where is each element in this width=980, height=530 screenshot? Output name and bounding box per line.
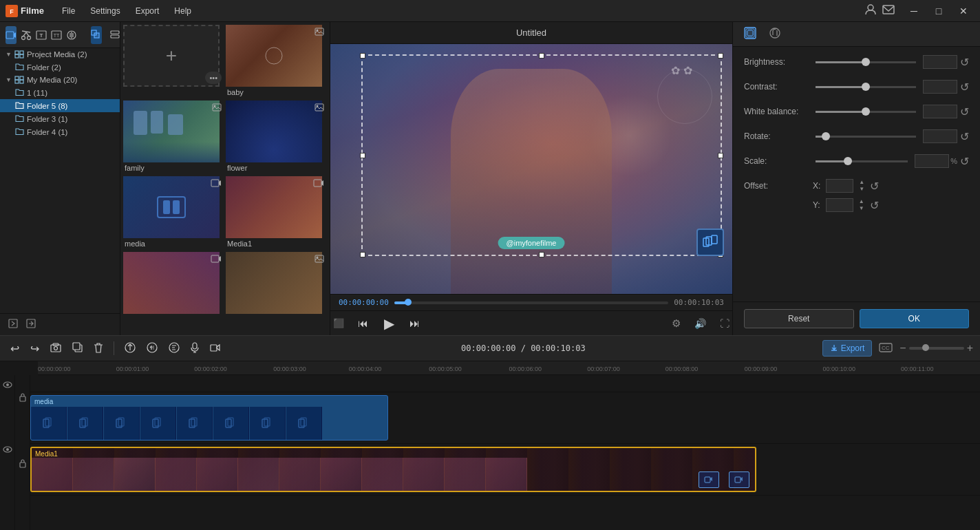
rotate-slider[interactable] [816,136,916,138]
menu-help[interactable]: Help [167,3,198,19]
offset-y-input[interactable]: 0 [826,198,853,212]
zoom-thumb[interactable] [922,344,929,351]
extra2-item[interactable] [226,252,327,318]
scale-value[interactable]: 100.00 [915,154,949,168]
settings-btn[interactable]: ⚙ [669,315,683,332]
offset-x-reset-btn[interactable]: ↺ [870,180,879,193]
zoom-in-btn[interactable]: + [967,342,973,354]
split-at-time-btn[interactable] [121,340,139,357]
add-media-item[interactable]: + ••• [123,25,224,99]
cut-tool-btn[interactable] [21,26,32,44]
baby-media-item[interactable]: baby [226,25,327,99]
contrast-thumb[interactable] [862,83,870,91]
scale-slider[interactable] [816,160,908,162]
reset-button[interactable]: Reset [744,309,854,328]
color-tab[interactable] [738,24,762,44]
export-icon[interactable] [26,319,36,330]
maximize-btn[interactable]: □ [928,3,950,19]
fullscreen-btn[interactable]: ⛶ [717,315,732,332]
ok-button[interactable]: OK [860,309,970,328]
offset-x-spin[interactable]: ▲ ▼ [859,179,864,192]
prev-frame-btn[interactable]: ⏮ [355,315,371,332]
overlay-tool-btn[interactable] [91,26,102,44]
volume-btn[interactable]: 🔊 [692,315,709,332]
import-icon[interactable] [8,319,18,330]
close-btn[interactable]: ✕ [952,3,974,19]
minimize-btn[interactable]: ─ [903,3,925,19]
play-btn[interactable]: ▶ [379,314,398,333]
video-preview[interactable]: ✿ ✿ @imyfonefilme [330,44,732,294]
folder-5-item[interactable]: Folder 5 (8) [0,99,120,112]
white-balance-reset-btn[interactable]: ↺ [960,105,969,118]
lock-icon-1[interactable] [19,393,26,404]
my-media-tree-item[interactable]: ▼ My Media (20) [0,74,120,86]
text-tool-btn[interactable]: T [36,26,47,44]
media1-video-item[interactable]: Media1 [226,176,327,251]
more-options-btn[interactable]: ••• [205,72,222,84]
flower-media-item[interactable]: flower [226,100,327,175]
color-grade-btn[interactable] [165,340,183,357]
menu-settings[interactable]: Settings [83,3,127,19]
app-logo: F Filme [6,5,44,17]
layers-view-btn[interactable] [110,26,120,44]
sticker-tool-btn[interactable]: TT [51,26,62,44]
contrast-value[interactable]: 0 [923,80,957,94]
video-track-clip[interactable]: media [30,395,388,441]
speed-btn[interactable] [143,340,161,357]
folder-1-item[interactable]: 1 (11) [0,86,120,99]
voiceover-btn[interactable] [187,340,202,357]
seek-thumb[interactable] [405,299,412,306]
contrast-slider[interactable] [816,86,916,88]
folder-3-item[interactable]: Folder 3 (1) [0,112,120,125]
menu-file[interactable]: File [55,3,82,19]
media-video-item[interactable]: media [123,176,224,251]
brightness-slider[interactable] [816,61,916,63]
zoom-slider[interactable] [909,347,964,350]
caption-btn[interactable]: CC [879,343,893,354]
offset-y-reset-btn[interactable]: ↺ [870,199,879,212]
eye-icon-1[interactable] [3,381,12,390]
undo-btn[interactable]: ↩ [7,340,23,357]
project-media-tree-item[interactable]: ▼ Project Media (2) [0,48,120,61]
copy-btn[interactable] [69,340,86,357]
contrast-reset-btn[interactable]: ↺ [960,81,969,94]
redo-btn[interactable]: ↪ [27,340,43,357]
zoom-out-btn[interactable]: − [899,342,906,354]
menu-export[interactable]: Export [129,3,167,19]
eye-icon-2[interactable] [3,445,12,455]
folder-2-item[interactable]: Folder (2) [0,61,120,74]
brightness-value[interactable]: 0 [923,55,957,69]
rotate-reset-btn[interactable]: ↺ [960,130,969,143]
mail-icon[interactable] [882,5,895,17]
lock-icon-2[interactable] [19,459,26,470]
stop-btn[interactable]: ⬛ [330,315,347,331]
offset-x-input[interactable]: 0 [826,179,853,193]
m1-frame-6 [238,458,279,491]
white-balance-value[interactable]: 0 [923,105,957,118]
brightness-thumb[interactable] [862,58,870,66]
rotate-value[interactable]: 0.00 [923,129,957,143]
white-balance-thumb[interactable] [862,107,870,116]
export-btn[interactable]: Export [822,340,873,357]
folder-4-item[interactable]: Folder 4 (1) [0,125,120,138]
video-tool-btn[interactable] [6,26,17,44]
brightness-reset-btn[interactable]: ↺ [960,56,969,69]
audio-tab[interactable] [763,24,787,44]
corner-clip-icon[interactable] [696,229,724,256]
scale-reset-btn[interactable]: ↺ [960,155,969,168]
family-media-item[interactable]: family [123,100,224,175]
rotate-thumb[interactable] [822,132,830,140]
user-icon[interactable] [864,3,877,19]
scale-thumb[interactable] [844,157,852,165]
seek-bar[interactable] [394,301,668,304]
offset-y-spin[interactable]: ▲ ▼ [859,198,864,211]
delete-btn[interactable] [90,340,107,357]
svg-point-2 [868,5,873,10]
media1-track-clip[interactable]: Media1 [30,447,756,492]
white-balance-slider[interactable] [816,111,916,113]
next-frame-btn[interactable]: ⏭ [407,315,423,332]
record-btn[interactable] [206,341,224,357]
extra1-item[interactable] [123,252,224,318]
snapshot-btn[interactable] [47,341,65,357]
audio-tool-btn[interactable] [66,26,77,44]
